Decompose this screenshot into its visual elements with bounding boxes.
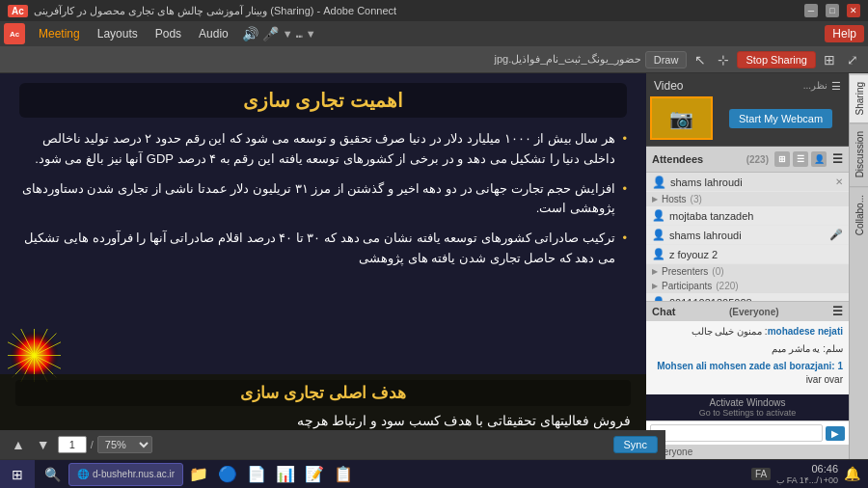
notification-icon[interactable]: 🔔 xyxy=(844,466,860,481)
chat-menu-icon[interactable]: ☰ xyxy=(832,305,843,318)
browser-icon: 🌐 xyxy=(77,469,89,479)
start-icon: ⊞ xyxy=(12,467,23,482)
help-button[interactable]: Help xyxy=(825,25,864,42)
taskbar-edge-icon[interactable]: 🔵 xyxy=(214,465,241,483)
attendees-list-icon[interactable]: ☰ xyxy=(793,151,808,167)
minimize-button[interactable]: ─ xyxy=(804,4,818,17)
close-button[interactable]: ✕ xyxy=(847,4,860,17)
menu-bar: Ac Meeting Layouts Pods Audio 🔊 🎤 ▼ ⑉ ▼ … xyxy=(0,21,868,46)
side-tabs: Sharing Discussion Collabo... xyxy=(849,73,868,459)
taskbar-items: 🔍 🌐 d-bushehr.nus.ac.ir 📁 🔵 📄 📊 📝 📋 xyxy=(35,463,744,486)
slide-controls: ▲ ▼ 1 / 75% 100% 50% Sync xyxy=(0,430,665,459)
host-icon-3: 👤 xyxy=(652,248,665,260)
video-menu-icon[interactable]: ☰ xyxy=(831,80,841,93)
layout-icon[interactable]: ⊞ xyxy=(820,50,839,69)
chat-sender-1: mohadese nejati xyxy=(768,326,843,337)
taskbar-pdf-icon[interactable]: 📄 xyxy=(243,465,270,483)
tab-sharing[interactable]: Sharing xyxy=(850,73,868,122)
featured-attendee-name: shams lahroudi xyxy=(670,176,831,188)
attendee-close-icon[interactable]: ✕ xyxy=(835,176,843,187)
taskbar-clock: 06:46 ب FA 1۴.../۱+00 xyxy=(776,463,838,486)
chat-header: Chat (Everyone) ☰ xyxy=(646,302,849,321)
taskbar-excel-icon[interactable]: 📋 xyxy=(330,465,357,483)
start-button[interactable]: ⊞ xyxy=(0,460,35,489)
attendees-menu-icon[interactable]: ☰ xyxy=(832,152,843,166)
host-mic-icon: 🎤 xyxy=(829,229,843,241)
host-icon-2: 👤 xyxy=(652,229,665,241)
activate-text: Activate Windows xyxy=(649,397,846,408)
maximize-button[interactable]: □ xyxy=(826,4,839,17)
host-1[interactable]: 👤 mojtaba tanzadeh xyxy=(646,206,849,226)
menu-pods[interactable]: Pods xyxy=(148,25,189,42)
taskbar-file-icon[interactable]: 📁 xyxy=(185,465,212,483)
title-bar: Ac وبینار آموزشی چالش های تجاری محصول در… xyxy=(0,0,868,21)
chat-input-area: ▶ xyxy=(646,420,849,445)
next-slide-button[interactable]: ▼ xyxy=(33,435,54,454)
attendees-person-icon[interactable]: 👤 xyxy=(811,151,827,167)
sync-button[interactable]: Sync xyxy=(613,436,658,453)
prev-slide-button[interactable]: ▲ xyxy=(8,435,29,454)
slide-bullet-2: افزایش حجم تجارت جهانی در دو دهه اخیر و … xyxy=(19,179,627,220)
hosts-count: (3) xyxy=(691,194,702,204)
hosts-header: Hosts (3) xyxy=(646,192,849,206)
chat-input[interactable] xyxy=(650,424,823,442)
cursor-icon[interactable]: ↖ xyxy=(691,50,710,69)
featured-attendee-icon: 👤 xyxy=(652,176,666,189)
chat-message-3: 1 Mohsen ali mohsen zade asl borazjani: … xyxy=(652,360,843,387)
taskbar-right: FA 06:46 ب FA 1۴.../۱+00 🔔 xyxy=(744,463,868,486)
menu-audio[interactable]: Audio xyxy=(191,25,236,42)
toolbar: حضور_یونگ_ثبت_نام_فواذیل.jpg Draw ↖ ⊹ St… xyxy=(0,46,868,73)
presentation-area: اهمیت تجاری سازی هر سال بیش از ۱۰۰۰ میلی… xyxy=(0,73,646,459)
main-content: اهمیت تجاری سازی هر سال بیش از ۱۰۰۰ میلی… xyxy=(0,73,868,459)
featured-attendee[interactable]: 👤 shams lahroudi ✕ xyxy=(646,173,849,192)
chat-section: Chat (Everyone) ☰ mohadese nejati: ممنون… xyxy=(646,301,849,459)
draw-button[interactable]: Draw xyxy=(645,51,688,68)
presenters-label: Presenters xyxy=(662,266,708,277)
pointer-icon[interactable]: ⊹ xyxy=(714,50,733,69)
chat-send-button[interactable]: ▶ xyxy=(826,426,845,441)
attendees-header: Attendees (223) ⊞ ☰ 👤 ☰ xyxy=(646,147,849,173)
stop-sharing-button[interactable]: Stop Sharing xyxy=(737,51,816,68)
page-number-input[interactable]: 1 xyxy=(58,436,87,453)
cortana-search-icon[interactable]: 🔍 xyxy=(39,467,67,482)
slide-bullet-1: هر سال بیش از ۱۰۰۰ میلیارد دلار در دنیا … xyxy=(19,129,627,170)
right-panel-container: Video نظر... ☰ 📷 Start My Webcam xyxy=(646,73,868,459)
taskbar-browser-item[interactable]: 🌐 d-bushehr.nus.ac.ir xyxy=(68,463,183,486)
window-title: وبینار آموزشی چالش های تجاری محصول در کا… xyxy=(34,5,396,17)
menu-meeting[interactable]: Meeting xyxy=(31,25,88,42)
attendees-grid-icon[interactable]: ⊞ xyxy=(774,151,790,167)
attendees-count: (223) xyxy=(746,154,769,165)
taskbar-word-icon[interactable]: 📝 xyxy=(301,465,328,483)
tab-collaboration[interactable]: Collabo... xyxy=(850,186,868,243)
taskbar-time: 06:46 xyxy=(776,463,838,475)
chat-audience: (Everyone) xyxy=(729,307,779,317)
page-separator: / xyxy=(91,439,94,450)
chat-sender-3: 1 Mohsen ali mohsen zade asl borazjani: xyxy=(657,361,843,371)
host-3[interactable]: 👤 z foyouz 2 xyxy=(646,245,849,264)
audio-icon[interactable]: 🔊 xyxy=(242,26,258,41)
participants-count: (220) xyxy=(716,281,738,291)
host-icon-1: 👤 xyxy=(652,209,665,222)
chat-messages: mohadese nejati: ممنون خیلی جالب سلم: یه… xyxy=(646,321,849,394)
participant-1[interactable]: 👤 00111031305028 xyxy=(646,293,849,301)
taskbar-ppt-icon[interactable]: 📊 xyxy=(272,465,299,483)
presenters-header: Presenters (0) xyxy=(646,264,849,279)
chat-text-2: سلم: یه ماشر میم xyxy=(772,343,843,354)
menu-layouts[interactable]: Layouts xyxy=(90,25,146,42)
video-section: Video نظر... ☰ 📷 Start My Webcam xyxy=(646,73,849,147)
app-logo-icon: Ac xyxy=(4,23,25,44)
tab-discussion[interactable]: Discussion xyxy=(850,122,868,185)
chat-text-1: ممنون خیلی جالب xyxy=(692,326,763,337)
hosts-label: Hosts xyxy=(662,194,687,204)
activate-windows: Activate Windows Go to Settings to activ… xyxy=(646,394,849,420)
presenters-count: (0) xyxy=(712,266,723,277)
start-webcam-button[interactable]: Start My Webcam xyxy=(729,109,832,128)
slide-bullets: هر سال بیش از ۱۰۰۰ میلیارد دلار در دنیا … xyxy=(19,129,627,269)
lang-indicator: FA xyxy=(751,468,771,480)
slide-bottom-text-1: فروش فعالیتهای تحقیقاتی با هدف کسب سود و… xyxy=(15,410,631,431)
expand-icon[interactable]: ⤢ xyxy=(843,50,862,69)
zoom-select[interactable]: 75% 100% 50% xyxy=(97,436,152,453)
host-2[interactable]: 👤 shams lahroudi 🎤 xyxy=(646,226,849,245)
video-title: Video xyxy=(654,79,683,93)
mic-icon[interactable]: 🎤 xyxy=(262,26,279,41)
